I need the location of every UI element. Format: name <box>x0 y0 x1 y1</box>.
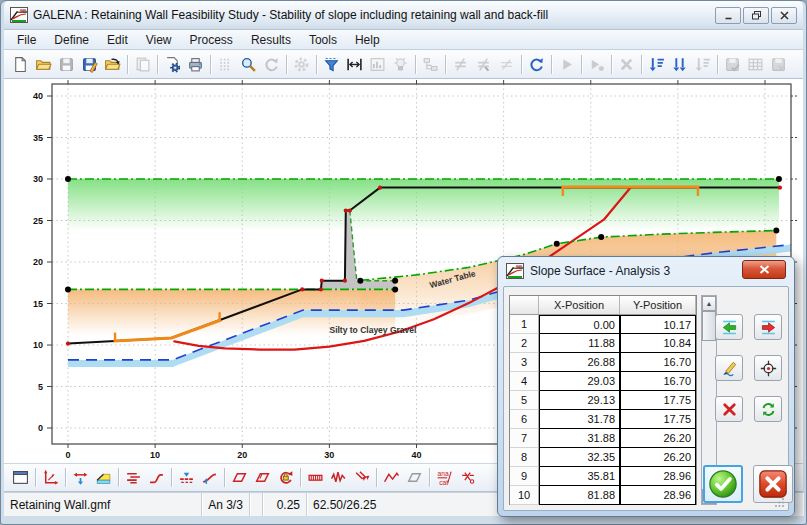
hint-button[interactable] <box>389 53 412 76</box>
restraints-button[interactable] <box>274 466 297 489</box>
row-number-cell[interactable]: 1 <box>510 315 539 334</box>
edit-definition-alt-button[interactable] <box>472 53 495 76</box>
axes-definition-button[interactable] <box>39 466 62 489</box>
dialog-title-bar[interactable]: Slope Surface - Analysis 3 <box>506 263 670 279</box>
earthquake-load-button[interactable] <box>327 466 350 489</box>
circular-surface-multi-button[interactable] <box>251 466 274 489</box>
x-position-cell[interactable]: 31.88 <box>539 429 620 448</box>
noncircular-surface-button[interactable] <box>380 466 403 489</box>
scroll-up-button[interactable]: ▲ <box>702 296 716 311</box>
menu-help[interactable]: Help <box>346 31 389 49</box>
menu-file[interactable]: File <box>8 31 45 49</box>
page-setup-button[interactable] <box>161 53 184 76</box>
row-number-cell[interactable]: 8 <box>510 448 539 467</box>
clear-results-button[interactable] <box>767 53 790 76</box>
row-number-cell[interactable]: 2 <box>510 334 539 353</box>
close-button[interactable] <box>771 7 797 24</box>
process-new-button[interactable] <box>585 53 608 76</box>
x-position-cell[interactable]: 0.00 <box>539 315 620 334</box>
x-position-cell[interactable]: 29.03 <box>539 372 620 391</box>
save-file-button[interactable] <box>55 53 78 76</box>
distributed-load-button[interactable] <box>304 466 327 489</box>
resize-grip[interactable] <box>775 497 785 507</box>
x-position-cell[interactable]: 31.78 <box>539 410 620 429</box>
water-table-define-button[interactable] <box>175 466 198 489</box>
menu-view[interactable]: View <box>137 31 181 49</box>
y-position-cell[interactable]: 28.96 <box>620 467 696 486</box>
menu-edit[interactable]: Edit <box>98 31 137 49</box>
surface-alt-button[interactable] <box>403 466 426 489</box>
grid-toggle-button[interactable] <box>214 53 237 76</box>
point-load-button[interactable] <box>350 466 373 489</box>
print-button[interactable] <box>184 53 207 76</box>
delete-point-button[interactable] <box>715 396 743 422</box>
settings-button[interactable] <box>290 53 313 76</box>
refresh-points-button[interactable] <box>754 396 782 422</box>
row-number-cell[interactable]: 7 <box>510 429 539 448</box>
results-sort-one-button[interactable] <box>691 53 714 76</box>
abort-button[interactable] <box>615 53 638 76</box>
cancel-button[interactable] <box>753 465 793 503</box>
model-tree-button[interactable] <box>419 53 442 76</box>
page-frame-button[interactable] <box>9 466 32 489</box>
locate-point-button[interactable] <box>754 355 782 381</box>
y-position-cell[interactable]: 16.70 <box>620 372 696 391</box>
y-position-cell[interactable]: 16.70 <box>620 353 696 372</box>
y-position-cell[interactable]: 26.20 <box>620 429 696 448</box>
save-results-button[interactable] <box>721 53 744 76</box>
row-number-cell[interactable]: 4 <box>510 372 539 391</box>
dialog-close-button[interactable] <box>742 260 786 279</box>
x-position-cell[interactable]: 35.81 <box>539 467 620 486</box>
reopen-file-button[interactable] <box>101 53 124 76</box>
x-position-cell[interactable]: 26.88 <box>539 353 620 372</box>
x-position-cell[interactable]: 29.13 <box>539 391 620 410</box>
ok-button[interactable] <box>703 465 743 503</box>
piezometric-surface-button[interactable] <box>198 466 221 489</box>
new-file-button[interactable] <box>9 53 32 76</box>
save-edit-file-button[interactable] <box>78 53 101 76</box>
title-bar[interactable]: GALENA : Retaining Wall Feasibility Stud… <box>4 1 803 29</box>
edit-definition-lines-button[interactable] <box>495 53 518 76</box>
y-position-cell[interactable]: 26.20 <box>620 448 696 467</box>
open-file-button[interactable] <box>32 53 55 76</box>
row-number-cell[interactable]: 10 <box>510 486 539 505</box>
process-button[interactable] <box>555 53 578 76</box>
filter-button[interactable] <box>320 53 343 76</box>
scroll-thumb[interactable] <box>702 311 716 341</box>
profile-curve-button[interactable] <box>145 466 168 489</box>
paste-button[interactable] <box>131 53 154 76</box>
y-position-cell[interactable]: 10.17 <box>620 315 696 334</box>
redraw-button[interactable] <box>260 53 283 76</box>
edit-definition-button[interactable] <box>449 53 472 76</box>
slope-batter-button[interactable] <box>92 466 115 489</box>
reprocess-button[interactable] <box>525 53 548 76</box>
surface-profile-button[interactable] <box>69 466 92 489</box>
results-sort-button[interactable] <box>645 53 668 76</box>
y-position-cell[interactable]: 10.84 <box>620 334 696 353</box>
menu-results[interactable]: Results <box>242 31 300 49</box>
analysis-catalogue-button[interactable]: anacat <box>433 466 456 489</box>
move-point-right-button[interactable] <box>754 314 782 340</box>
results-table-button[interactable] <box>744 53 767 76</box>
row-number-cell[interactable]: 3 <box>510 353 539 372</box>
y-position-cell[interactable]: 28.96 <box>620 486 696 505</box>
column-header-x-position[interactable]: X-Position <box>539 296 620 315</box>
row-number-cell[interactable]: 5 <box>510 391 539 410</box>
x-position-cell[interactable]: 81.88 <box>539 486 620 505</box>
y-position-cell[interactable]: 17.75 <box>620 410 696 429</box>
move-point-left-button[interactable] <box>715 314 743 340</box>
minimize-button[interactable] <box>715 7 741 24</box>
circular-surface-button[interactable] <box>228 466 251 489</box>
section-cut-button[interactable] <box>456 466 479 489</box>
restore-button[interactable] <box>743 7 769 24</box>
zoom-button[interactable] <box>237 53 260 76</box>
edit-point-button[interactable] <box>715 355 743 381</box>
menu-tools[interactable]: Tools <box>300 31 346 49</box>
row-number-cell[interactable]: 6 <box>510 410 539 429</box>
y-position-cell[interactable]: 17.75 <box>620 391 696 410</box>
x-position-cell[interactable]: 11.88 <box>539 334 620 353</box>
column-header-y-position[interactable]: Y-Position <box>620 296 696 315</box>
material-profiles-button[interactable] <box>122 466 145 489</box>
menu-define[interactable]: Define <box>45 31 98 49</box>
x-position-cell[interactable]: 32.35 <box>539 448 620 467</box>
